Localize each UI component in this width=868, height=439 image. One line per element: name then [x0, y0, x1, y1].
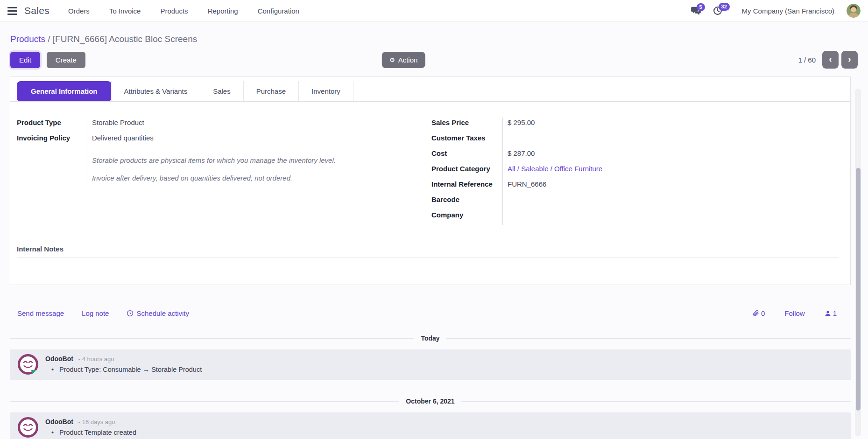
activities-badge: 32	[719, 3, 730, 11]
tab-general-information[interactable]: General Information	[17, 81, 112, 101]
internal-notes-title: Internal Notes	[17, 245, 839, 253]
breadcrumb-separator: /	[48, 34, 50, 44]
barcode-label: Barcode	[431, 195, 502, 210]
notebook-tabs: General Information Attributes & Variant…	[10, 77, 850, 102]
chatter-message: OdooBot - 16 days ago Product Template c…	[10, 412, 851, 439]
message-body: Product Template created	[45, 429, 136, 436]
create-button[interactable]: Create	[47, 52, 85, 68]
attachments-count: 0	[761, 309, 765, 317]
follower-person-icon	[825, 310, 831, 317]
message-time: - 16 days ago	[78, 418, 115, 425]
breadcrumb: Products / [FURN_6666] Acoustic Bloc Scr…	[10, 34, 858, 44]
action-button-label: Action	[398, 56, 418, 64]
date-divider-october: October 6, 2021	[10, 397, 851, 405]
main-content: General Information Attributes & Variant…	[0, 77, 868, 439]
message-time: - 4 hours ago	[78, 355, 114, 362]
cost-label: Cost	[431, 148, 502, 164]
invoicing-policy-label: Invoicing Policy	[17, 133, 87, 148]
tab-inventory[interactable]: Inventory	[298, 81, 353, 101]
top-navbar: Sales Orders To Invoice Products Reporti…	[0, 0, 868, 22]
activities-clock-icon[interactable]: 32	[713, 6, 722, 15]
send-message-button[interactable]: Send message	[17, 309, 64, 317]
user-avatar[interactable]	[847, 4, 861, 18]
log-note-button[interactable]: Log note	[82, 309, 109, 317]
scrollbar-thumb[interactable]	[856, 168, 861, 411]
gear-icon: ⚙	[389, 57, 395, 63]
invoicing-help-text: Invoice after delivery, based on quantit…	[92, 166, 431, 184]
sales-price-label: Sales Price	[431, 118, 502, 133]
menu-products[interactable]: Products	[160, 7, 188, 15]
attachments-button[interactable]: 0	[752, 309, 765, 317]
storable-help-text: Storable products are physical items for…	[92, 148, 431, 166]
product-form-sheet: General Information Attributes & Variant…	[10, 77, 851, 285]
tab-purchase[interactable]: Purchase	[243, 81, 299, 101]
messages-icon[interactable]: 5	[691, 7, 701, 15]
messages-badge: 5	[697, 3, 705, 11]
pager-value[interactable]: 1 / 60	[798, 56, 816, 64]
chatter: Send message Log note Schedule activity	[10, 285, 851, 439]
tab-sales[interactable]: Sales	[200, 81, 244, 101]
chatter-message: OdooBot - 4 hours ago Product Type: Cons…	[10, 349, 851, 380]
control-panel: Products / [FURN_6666] Acoustic Bloc Scr…	[0, 22, 868, 76]
tab-attributes-variants[interactable]: Attributes & Variants	[111, 81, 201, 101]
breadcrumb-current: [FURN_6666] Acoustic Bloc Screens	[53, 34, 197, 44]
pager-previous-button[interactable]: ‹	[822, 51, 839, 69]
product-type-value: Storable Product	[92, 118, 431, 133]
menu-reporting[interactable]: Reporting	[208, 7, 238, 15]
app-menus: Orders To Invoice Products Reporting Con…	[68, 7, 299, 15]
menu-configuration[interactable]: Configuration	[258, 7, 299, 15]
company-switcher[interactable]: My Company (San Francisco)	[742, 7, 834, 15]
message-author[interactable]: OdooBot	[45, 418, 73, 425]
internal-reference-value: FURN_6666	[508, 179, 827, 195]
invoicing-policy-value: Delivered quantities	[92, 133, 431, 148]
breadcrumb-products-link[interactable]: Products	[10, 34, 45, 44]
odoobot-avatar	[17, 417, 39, 438]
paperclip-icon	[752, 310, 759, 317]
scrollbar-track[interactable]	[855, 89, 861, 436]
product-category-label: Product Category	[431, 164, 502, 179]
menu-to-invoice[interactable]: To Invoice	[109, 7, 141, 15]
customer-taxes-label: Customer Taxes	[431, 133, 502, 148]
clock-icon	[127, 310, 134, 317]
app-name[interactable]: Sales	[24, 5, 49, 16]
barcode-value	[508, 195, 827, 210]
product-type-label: Product Type	[17, 118, 87, 133]
pager-next-button[interactable]: ›	[841, 51, 858, 69]
odoobot-avatar	[17, 354, 39, 375]
company-value	[508, 210, 827, 225]
internal-reference-label: Internal Reference	[431, 179, 502, 195]
edit-button[interactable]: Edit	[10, 52, 40, 68]
follow-button[interactable]: Follow	[784, 309, 804, 317]
date-divider-today: Today	[10, 334, 851, 342]
menu-orders[interactable]: Orders	[68, 7, 90, 15]
schedule-activity-label: Schedule activity	[136, 309, 189, 317]
sales-price-value: $ 295.00	[508, 118, 827, 133]
company-label: Company	[431, 210, 502, 225]
action-button[interactable]: ⚙ Action	[382, 52, 425, 68]
internal-notes-divider	[17, 257, 839, 258]
cost-value: $ 287.00	[508, 148, 827, 164]
followers-count: 1	[833, 309, 837, 317]
schedule-activity-button[interactable]: Schedule activity	[127, 309, 189, 317]
apps-menu-icon[interactable]	[7, 7, 17, 15]
customer-taxes-value	[508, 133, 827, 148]
followers-button[interactable]: 1	[825, 309, 837, 317]
product-category-link[interactable]: All / Saleable / Office Furniture	[508, 164, 827, 179]
message-author[interactable]: OdooBot	[45, 355, 73, 362]
message-body: Product Type: Consumable → Storable Prod…	[45, 366, 202, 373]
